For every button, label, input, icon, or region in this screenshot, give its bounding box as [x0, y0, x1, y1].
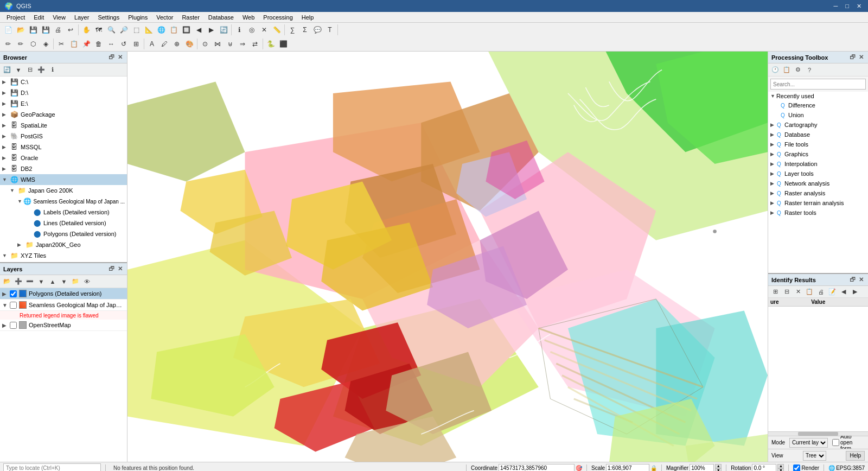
- copy-button[interactable]: 📋: [68, 38, 80, 50]
- browser-item-e[interactable]: ▶ 💾 E:\: [0, 98, 127, 109]
- browser-item-postgis[interactable]: ▶ 🐘 PostGIS: [0, 131, 127, 142]
- identify-auto-open-check[interactable]: [832, 439, 839, 446]
- zoom-layer-button[interactable]: 📋: [168, 24, 180, 36]
- proc-item-union[interactable]: Q Union: [768, 110, 868, 120]
- rotation-up-button[interactable]: ▲: [777, 464, 784, 468]
- browser-float-button[interactable]: 🗗: [107, 54, 116, 61]
- identify-mode-select[interactable]: Current lay: [789, 438, 828, 448]
- proc-item-interpolation[interactable]: ▶ Q Interpolation: [768, 159, 868, 169]
- proc-item-layer-tools[interactable]: ▶ Q Layer tools: [768, 169, 868, 179]
- save-project-button[interactable]: 💾: [27, 24, 39, 36]
- rotate-button[interactable]: ↺: [118, 38, 130, 50]
- layers-add-button[interactable]: ➕: [13, 276, 24, 287]
- prev-extent-button[interactable]: ◀: [193, 24, 205, 36]
- browser-item-japan200k[interactable]: ▶ 📁 Japan200K_Geo: [0, 239, 127, 250]
- layers-group-button[interactable]: 📁: [70, 276, 81, 287]
- split-btn[interactable]: ⋈: [212, 38, 224, 50]
- maximize-button[interactable]: □: [843, 3, 851, 10]
- menu-processing[interactable]: Processing: [259, 13, 297, 22]
- identify-button[interactable]: ℹ: [233, 24, 245, 36]
- new-project-button[interactable]: 📄: [2, 24, 14, 36]
- open-project-button[interactable]: 📂: [15, 24, 27, 36]
- proc-history-button[interactable]: 🕐: [770, 65, 781, 75]
- ring-btn[interactable]: ⊙: [199, 38, 211, 50]
- digitize-button[interactable]: ✏: [2, 38, 14, 50]
- identify-view-select[interactable]: Tree: [803, 451, 826, 461]
- status-scale-input[interactable]: [606, 464, 649, 472]
- browser-collapse-button[interactable]: ⊟: [24, 65, 35, 75]
- menu-edit[interactable]: Edit: [29, 13, 48, 22]
- cut-button[interactable]: ✂: [55, 38, 67, 50]
- reverse-btn[interactable]: ⇄: [249, 38, 261, 50]
- snap-btn[interactable]: ⊕: [171, 38, 183, 50]
- proc-item-cartography[interactable]: ▶ Q Cartography: [768, 120, 868, 130]
- menu-project[interactable]: Project: [2, 13, 29, 22]
- browser-item-d[interactable]: ▶ 💾 D:\: [0, 87, 127, 98]
- browser-item-db2[interactable]: ▶ 🗄 DB2: [0, 163, 127, 174]
- proc-results-button[interactable]: 📋: [781, 65, 792, 75]
- browser-item-seamless[interactable]: ▼ 🌐 Seamless Geological Map of Japan ...: [0, 196, 127, 207]
- save-as-button[interactable]: 💾: [40, 24, 52, 36]
- menu-layer[interactable]: Layer: [70, 13, 94, 22]
- browser-item-polygons[interactable]: ⬤ Polygons (Detailed version): [0, 228, 127, 239]
- zoom-rubber-band-button[interactable]: ⬚: [130, 24, 142, 36]
- vertex-button[interactable]: ◈: [40, 38, 52, 50]
- layer-item-seamless[interactable]: ▼ Seamless Geological Map of Japan ...: [0, 300, 127, 311]
- magnifier-up-button[interactable]: ▲: [715, 464, 722, 468]
- browser-filter-button[interactable]: ▼: [13, 65, 24, 75]
- browser-item-lines[interactable]: ⬤ Lines (Detailed version): [0, 218, 127, 228]
- move-button[interactable]: ↔: [105, 38, 117, 50]
- measure-button[interactable]: 📏: [271, 24, 283, 36]
- layers-up-button[interactable]: ▲: [47, 276, 58, 287]
- proc-item-database[interactable]: ▶ Q Database: [768, 130, 868, 139]
- menu-settings[interactable]: Settings: [93, 13, 124, 22]
- status-rotation-input[interactable]: [752, 464, 776, 472]
- browser-refresh-button[interactable]: 🔄: [2, 65, 12, 75]
- proc-item-graphics[interactable]: ▶ Q Graphics: [768, 149, 868, 159]
- edit-button[interactable]: ✏: [15, 38, 27, 50]
- close-button[interactable]: ✕: [854, 3, 864, 10]
- status-magnifier-input[interactable]: [690, 464, 714, 472]
- layer-check-polygons[interactable]: [10, 290, 17, 297]
- layers-close-button[interactable]: ✕: [117, 265, 124, 272]
- proc-item-raster-tools[interactable]: ▶ Q Raster tools: [768, 208, 868, 218]
- qgis-server-btn[interactable]: ⬛: [277, 38, 289, 50]
- menu-view[interactable]: View: [48, 13, 70, 22]
- menu-database[interactable]: Database: [204, 13, 238, 22]
- merge-btn[interactable]: ⊎: [224, 38, 236, 50]
- pan-button[interactable]: ✋: [80, 24, 92, 36]
- statistics-button[interactable]: ∑: [286, 24, 298, 36]
- proc-search-input[interactable]: [770, 79, 866, 90]
- proc-float-button[interactable]: 🗗: [848, 54, 857, 61]
- deselect-button[interactable]: ✕: [258, 24, 270, 36]
- layers-filter-button[interactable]: ▼: [36, 276, 47, 287]
- identify-expand-button[interactable]: ⊞: [770, 287, 781, 297]
- add-text-button[interactable]: A: [146, 38, 158, 50]
- layer-check-seamless[interactable]: [10, 302, 17, 309]
- browser-item-xyz[interactable]: ▼ 📁 XYZ Tiles: [0, 250, 127, 261]
- layer-item-polygons[interactable]: ▶ Polygons (Detailed version): [0, 288, 127, 300]
- layers-open-button[interactable]: 📂: [2, 276, 12, 287]
- browser-item-wms[interactable]: ▼ 🌐 WMS: [0, 174, 127, 185]
- browser-close-button[interactable]: ✕: [117, 54, 124, 61]
- select-button[interactable]: ◎: [246, 24, 258, 36]
- browser-item-geopackage[interactable]: ▶ 📦 GeoPackage: [0, 109, 127, 120]
- identify-float-button[interactable]: 🗗: [848, 276, 857, 283]
- identify-scrollbar[interactable]: [768, 431, 868, 436]
- browser-item-c[interactable]: ▶ 💾 C:\: [0, 77, 127, 87]
- identify-clear-button[interactable]: ✕: [793, 287, 803, 297]
- print-button[interactable]: 🖨: [52, 24, 64, 36]
- pan-map-button[interactable]: 🗺: [93, 24, 105, 36]
- map-tips-button[interactable]: 💬: [311, 24, 323, 36]
- format-btn[interactable]: 🖊: [158, 38, 170, 50]
- layers-visibility-button[interactable]: 👁: [81, 276, 92, 287]
- delete-button[interactable]: 🗑: [93, 38, 105, 50]
- menu-web[interactable]: Web: [238, 13, 259, 22]
- proc-options-button[interactable]: ⚙: [793, 65, 803, 75]
- identify-close-button[interactable]: ✕: [858, 276, 865, 283]
- browser-add-button[interactable]: ➕: [36, 65, 47, 75]
- browser-properties-button[interactable]: ℹ: [47, 65, 58, 75]
- proc-help-button[interactable]: ?: [804, 65, 815, 75]
- proc-item-raster-terrain[interactable]: ▶ Q Raster terrain analysis: [768, 198, 868, 208]
- identify-help-button[interactable]: Help: [846, 451, 865, 461]
